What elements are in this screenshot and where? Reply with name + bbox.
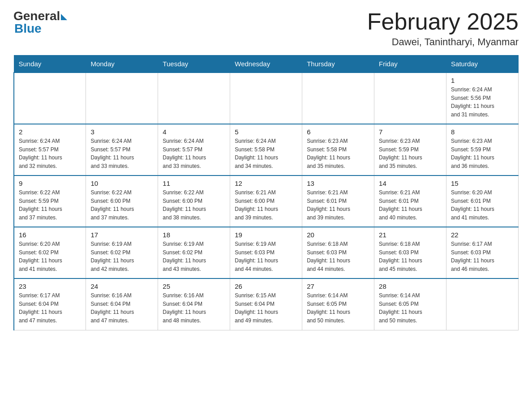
calendar-cell: [302, 73, 374, 124]
calendar-week-row-4: 16Sunrise: 6:20 AM Sunset: 6:02 PM Dayli…: [14, 227, 519, 278]
calendar-cell: 9Sunrise: 6:22 AM Sunset: 5:59 PM Daylig…: [14, 176, 86, 227]
calendar-cell: 6Sunrise: 6:23 AM Sunset: 5:58 PM Daylig…: [302, 124, 374, 176]
calendar-cell: 2Sunrise: 6:24 AM Sunset: 5:57 PM Daylig…: [14, 124, 86, 176]
day-number: 11: [163, 180, 225, 187]
day-info: Sunrise: 6:14 AM Sunset: 6:05 PM Dayligh…: [379, 291, 442, 325]
calendar-header-saturday: Saturday: [446, 56, 519, 73]
day-info: Sunrise: 6:19 AM Sunset: 6:03 PM Dayligh…: [235, 240, 297, 273]
day-info: Sunrise: 6:16 AM Sunset: 6:04 PM Dayligh…: [163, 291, 225, 325]
day-info: Sunrise: 6:21 AM Sunset: 6:01 PM Dayligh…: [379, 188, 442, 222]
day-number: 26: [235, 283, 297, 290]
day-number: 5: [235, 128, 297, 136]
calendar-header-tuesday: Tuesday: [158, 56, 230, 73]
calendar-cell: 24Sunrise: 6:16 AM Sunset: 6:04 PM Dayli…: [86, 278, 158, 330]
day-number: 13: [307, 180, 369, 187]
day-number: 24: [90, 283, 153, 290]
day-info: Sunrise: 6:19 AM Sunset: 6:02 PM Dayligh…: [163, 240, 225, 273]
day-info: Sunrise: 6:23 AM Sunset: 5:59 PM Dayligh…: [379, 137, 442, 170]
day-info: Sunrise: 6:18 AM Sunset: 6:03 PM Dayligh…: [307, 240, 369, 273]
day-number: 28: [379, 283, 442, 290]
logo-blue-text: Blue: [14, 21, 42, 36]
calendar-cell: 18Sunrise: 6:19 AM Sunset: 6:02 PM Dayli…: [158, 227, 230, 278]
day-number: 9: [19, 180, 81, 187]
day-number: 18: [163, 231, 225, 239]
day-info: Sunrise: 6:24 AM Sunset: 5:57 PM Dayligh…: [163, 137, 225, 170]
day-number: 4: [163, 128, 225, 136]
calendar-cell: 1Sunrise: 6:24 AM Sunset: 5:56 PM Daylig…: [446, 73, 519, 124]
calendar-cell: 26Sunrise: 6:15 AM Sunset: 6:04 PM Dayli…: [230, 278, 302, 330]
logo: General Blue: [13, 9, 67, 36]
day-info: Sunrise: 6:15 AM Sunset: 6:04 PM Dayligh…: [235, 291, 297, 325]
calendar-cell: 16Sunrise: 6:20 AM Sunset: 6:02 PM Dayli…: [14, 227, 86, 278]
calendar-cell: [446, 278, 519, 330]
calendar-cell: 7Sunrise: 6:23 AM Sunset: 5:59 PM Daylig…: [374, 124, 446, 176]
calendar-header-row: SundayMondayTuesdayWednesdayThursdayFrid…: [14, 56, 519, 73]
calendar-cell: 10Sunrise: 6:22 AM Sunset: 6:00 PM Dayli…: [86, 176, 158, 227]
calendar-cell: 17Sunrise: 6:19 AM Sunset: 6:02 PM Dayli…: [86, 227, 158, 278]
calendar-cell: [374, 73, 446, 124]
day-number: 17: [90, 231, 153, 239]
day-number: 25: [163, 283, 225, 290]
day-number: 15: [451, 180, 514, 187]
calendar-week-row-5: 23Sunrise: 6:17 AM Sunset: 6:04 PM Dayli…: [14, 278, 519, 330]
day-number: 16: [19, 231, 81, 239]
calendar-cell: [14, 73, 86, 124]
calendar-table: SundayMondayTuesdayWednesdayThursdayFrid…: [13, 55, 519, 330]
calendar-cell: [230, 73, 302, 124]
calendar-cell: 28Sunrise: 6:14 AM Sunset: 6:05 PM Dayli…: [374, 278, 446, 330]
day-info: Sunrise: 6:17 AM Sunset: 6:04 PM Dayligh…: [19, 291, 81, 325]
calendar-cell: 25Sunrise: 6:16 AM Sunset: 6:04 PM Dayli…: [158, 278, 230, 330]
day-number: 2: [19, 128, 81, 136]
calendar-header-thursday: Thursday: [302, 56, 374, 73]
calendar-header-wednesday: Wednesday: [230, 56, 302, 73]
day-number: 10: [90, 180, 153, 187]
calendar-cell: 23Sunrise: 6:17 AM Sunset: 6:04 PM Dayli…: [14, 278, 86, 330]
day-number: 19: [235, 231, 297, 239]
day-info: Sunrise: 6:22 AM Sunset: 6:00 PM Dayligh…: [90, 188, 153, 222]
calendar-cell: 11Sunrise: 6:22 AM Sunset: 6:00 PM Dayli…: [158, 176, 230, 227]
calendar-cell: 3Sunrise: 6:24 AM Sunset: 5:57 PM Daylig…: [86, 124, 158, 176]
calendar-cell: 20Sunrise: 6:18 AM Sunset: 6:03 PM Dayli…: [302, 227, 374, 278]
title-area: February 2025 Dawei, Tanintharyi, Myanma…: [367, 9, 519, 48]
day-number: 22: [451, 231, 514, 239]
day-number: 7: [379, 128, 442, 136]
calendar-cell: [86, 73, 158, 124]
day-info: Sunrise: 6:23 AM Sunset: 5:59 PM Dayligh…: [451, 137, 514, 170]
day-info: Sunrise: 6:24 AM Sunset: 5:58 PM Dayligh…: [235, 137, 297, 170]
day-info: Sunrise: 6:18 AM Sunset: 6:03 PM Dayligh…: [379, 240, 442, 273]
calendar-week-row-3: 9Sunrise: 6:22 AM Sunset: 5:59 PM Daylig…: [14, 176, 519, 227]
month-title: February 2025: [367, 9, 519, 34]
day-info: Sunrise: 6:20 AM Sunset: 6:01 PM Dayligh…: [451, 188, 514, 222]
day-info: Sunrise: 6:24 AM Sunset: 5:57 PM Dayligh…: [19, 137, 81, 170]
logo-arrow-icon: [61, 14, 67, 20]
day-info: Sunrise: 6:20 AM Sunset: 6:02 PM Dayligh…: [19, 240, 81, 273]
calendar-header-friday: Friday: [374, 56, 446, 73]
day-info: Sunrise: 6:19 AM Sunset: 6:02 PM Dayligh…: [90, 240, 153, 273]
day-number: 1: [451, 77, 514, 84]
day-number: 3: [90, 128, 153, 136]
calendar-cell: 14Sunrise: 6:21 AM Sunset: 6:01 PM Dayli…: [374, 176, 446, 227]
day-info: Sunrise: 6:21 AM Sunset: 6:00 PM Dayligh…: [235, 188, 297, 222]
calendar-cell: 4Sunrise: 6:24 AM Sunset: 5:57 PM Daylig…: [158, 124, 230, 176]
day-info: Sunrise: 6:17 AM Sunset: 6:03 PM Dayligh…: [451, 240, 514, 273]
day-number: 12: [235, 180, 297, 187]
calendar-week-row-1: 1Sunrise: 6:24 AM Sunset: 5:56 PM Daylig…: [14, 73, 519, 124]
day-number: 27: [307, 283, 369, 290]
day-info: Sunrise: 6:14 AM Sunset: 6:05 PM Dayligh…: [307, 291, 369, 325]
calendar-cell: 5Sunrise: 6:24 AM Sunset: 5:58 PM Daylig…: [230, 124, 302, 176]
calendar-cell: 22Sunrise: 6:17 AM Sunset: 6:03 PM Dayli…: [446, 227, 519, 278]
day-info: Sunrise: 6:22 AM Sunset: 6:00 PM Dayligh…: [163, 188, 225, 222]
day-info: Sunrise: 6:21 AM Sunset: 6:01 PM Dayligh…: [307, 188, 369, 222]
calendar-header-sunday: Sunday: [14, 56, 86, 73]
day-info: Sunrise: 6:22 AM Sunset: 5:59 PM Dayligh…: [19, 188, 81, 222]
calendar-cell: 19Sunrise: 6:19 AM Sunset: 6:03 PM Dayli…: [230, 227, 302, 278]
calendar-header-monday: Monday: [86, 56, 158, 73]
day-info: Sunrise: 6:24 AM Sunset: 5:57 PM Dayligh…: [90, 137, 153, 170]
calendar-cell: 15Sunrise: 6:20 AM Sunset: 6:01 PM Dayli…: [446, 176, 519, 227]
calendar-cell: [158, 73, 230, 124]
location-subtitle: Dawei, Tanintharyi, Myanmar: [367, 36, 519, 48]
calendar-cell: 8Sunrise: 6:23 AM Sunset: 5:59 PM Daylig…: [446, 124, 519, 176]
calendar-week-row-2: 2Sunrise: 6:24 AM Sunset: 5:57 PM Daylig…: [14, 124, 519, 176]
calendar-cell: 12Sunrise: 6:21 AM Sunset: 6:00 PM Dayli…: [230, 176, 302, 227]
day-number: 14: [379, 180, 442, 187]
